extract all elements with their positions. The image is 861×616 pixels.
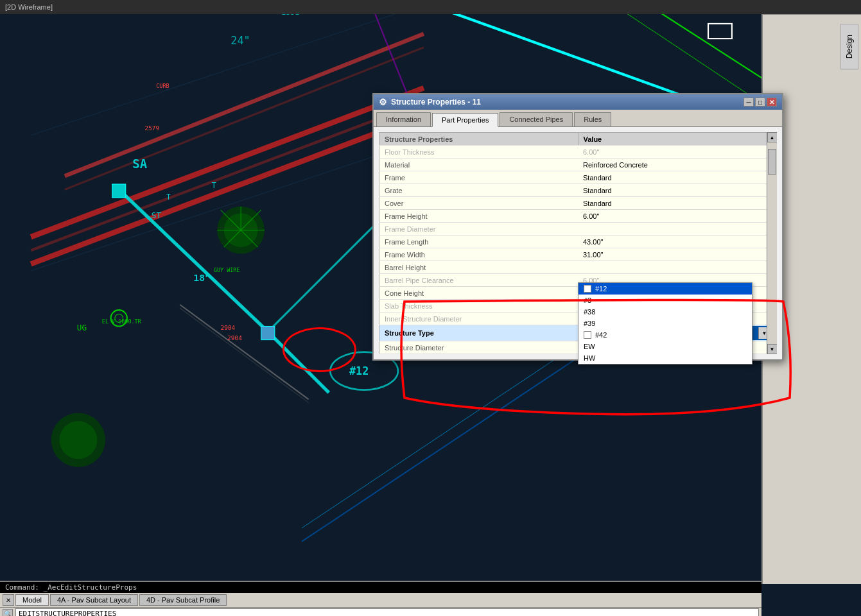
prop-floor-thickness-label: Floor Thickness bbox=[379, 146, 578, 158]
svg-point-27 bbox=[59, 421, 97, 459]
dropdown-option-42[interactable]: #42 bbox=[578, 329, 752, 341]
dropdown-option-hw[interactable]: HW bbox=[578, 352, 752, 364]
svg-text:T: T bbox=[212, 181, 216, 190]
scroll-down-button[interactable]: ▼ bbox=[767, 344, 778, 354]
prop-cover-label: Cover bbox=[379, 197, 578, 210]
svg-text:2904: 2904 bbox=[220, 324, 235, 331]
prop-inner-diameter-label: Inner Structure Diameter bbox=[379, 312, 578, 325]
tab-pav-profile[interactable]: 4D - Pav Subcat Profile bbox=[139, 594, 227, 606]
option-checkbox bbox=[584, 285, 591, 293]
svg-text:EL V 1600.TR: EL V 1600.TR bbox=[102, 318, 142, 325]
command-input[interactable] bbox=[15, 608, 759, 616]
table-row: Frame Length 43.00" bbox=[379, 235, 777, 248]
dropdown-option-39[interactable]: #39 bbox=[578, 318, 752, 329]
tab-pav-layout[interactable]: 4A - Pav Subcat Layout bbox=[50, 594, 138, 606]
svg-text:24": 24" bbox=[230, 34, 250, 47]
dropdown-option-12-selected[interactable]: #12 bbox=[578, 283, 752, 295]
prop-material-label: Material bbox=[379, 158, 578, 171]
col-header-value: Value bbox=[578, 133, 777, 146]
svg-text:UG: UG bbox=[77, 323, 87, 332]
minimize-button[interactable]: ─ bbox=[744, 98, 754, 107]
dropdown-option-ew[interactable]: EW bbox=[578, 341, 752, 352]
table-row: Material Reinforced Concrete bbox=[379, 158, 777, 171]
prop-structure-diameter-label: Structure Diameter bbox=[379, 341, 578, 354]
table-row: Floor Thickness 6.00" bbox=[379, 146, 777, 158]
bottom-bar: Command: _AecEditStructureProps ✕ Model … bbox=[0, 581, 761, 616]
tab-information[interactable]: Information bbox=[376, 112, 431, 126]
dialog-controls: ─ □ ✕ bbox=[744, 98, 777, 107]
prop-frame-label: Frame bbox=[379, 171, 578, 184]
svg-text:ST: ST bbox=[152, 210, 162, 220]
tab-connected-pipes[interactable]: Connected Pipes bbox=[500, 112, 573, 126]
table-row: Frame Diameter bbox=[379, 223, 777, 235]
tab-rules[interactable]: Rules bbox=[574, 112, 611, 126]
dialog-title: Structure Properties - 11 bbox=[391, 98, 481, 107]
prop-barrel-height-value bbox=[578, 261, 777, 274]
svg-text:2904: 2904 bbox=[227, 334, 242, 341]
top-bar: [2D Wireframe] bbox=[0, 0, 861, 14]
prop-material-value: Reinforced Concrete bbox=[578, 158, 777, 171]
prop-frame-length-value: 43.00" bbox=[578, 235, 777, 248]
dialog-tabs: Information Part Properties Connected Pi… bbox=[374, 110, 782, 127]
table-row: Frame Standard bbox=[379, 171, 777, 184]
prop-frame-height-label: Frame Height bbox=[379, 210, 578, 223]
scrollbar-thumb[interactable] bbox=[768, 149, 776, 175]
svg-rect-11 bbox=[112, 184, 126, 198]
prop-frame-width-value: 31.00" bbox=[578, 248, 777, 261]
prop-grate-value: Standard bbox=[578, 184, 777, 197]
dropdown-option-3[interactable]: #3 bbox=[578, 295, 752, 306]
prop-slab-thickness-label: Slab Thickness bbox=[379, 300, 578, 312]
prop-frame-diameter-value bbox=[578, 223, 777, 235]
scroll-up-button[interactable]: ▲ bbox=[767, 132, 778, 142]
prop-frame-length-label: Frame Length bbox=[379, 235, 578, 248]
structure-type-dropdown-popup: #12 #3 #38 #39 #42 EW HW bbox=[578, 282, 752, 364]
bottom-close-button[interactable]: ✕ bbox=[3, 594, 14, 606]
svg-text:2579: 2579 bbox=[144, 124, 159, 132]
prop-barrel-pipe-label: Barrel Pipe Clearance bbox=[379, 274, 578, 287]
table-row: Frame Height 6.00" bbox=[379, 210, 777, 223]
table-row: Barrel Height bbox=[379, 261, 777, 274]
svg-rect-12 bbox=[261, 326, 275, 339]
svg-text:T: T bbox=[166, 193, 171, 201]
table-row: Frame Width 31.00" bbox=[379, 248, 777, 261]
app-title: [2D Wireframe] bbox=[5, 3, 53, 11]
tab-model[interactable]: Model bbox=[15, 594, 49, 606]
prop-frame-diameter-label: Frame Diameter bbox=[379, 223, 578, 235]
svg-text:GUY WIRE: GUY WIRE bbox=[214, 267, 240, 273]
prop-floor-thickness-value: 6.00" bbox=[578, 146, 777, 158]
svg-text:CURB: CURB bbox=[156, 83, 169, 89]
prop-structure-type-label: Structure Type bbox=[379, 325, 578, 341]
dropdown-option-38[interactable]: #38 bbox=[578, 306, 752, 318]
prop-frame-height-value: 6.00" bbox=[578, 210, 777, 223]
tab-part-properties[interactable]: Part Properties bbox=[432, 113, 498, 127]
dialog-body: Structure Properties Value Floor Thickne… bbox=[374, 127, 782, 359]
svg-text:#12: #12 bbox=[349, 364, 369, 377]
dialog-titlebar[interactable]: ⚙ Structure Properties - 11 ─ □ ✕ bbox=[374, 94, 782, 110]
dialog-icon: ⚙ bbox=[379, 97, 387, 107]
table-row: Grate Standard bbox=[379, 184, 777, 197]
scrollbar-track[interactable] bbox=[767, 142, 777, 344]
maximize-button[interactable]: □ bbox=[755, 98, 765, 107]
prop-cone-height-label: Cone Height bbox=[379, 287, 578, 300]
structure-properties-dialog: ⚙ Structure Properties - 11 ─ □ ✕ Inform… bbox=[372, 93, 783, 361]
command-search-button[interactable]: 🔍 bbox=[3, 609, 13, 617]
design-tab[interactable]: Design bbox=[840, 24, 858, 69]
prop-cover-value: Standard bbox=[578, 197, 777, 210]
close-button[interactable]: ✕ bbox=[767, 98, 777, 107]
svg-text:SA: SA bbox=[132, 157, 147, 171]
command-input-bar: 🔍 bbox=[0, 607, 761, 616]
col-header-property: Structure Properties bbox=[379, 133, 578, 146]
prop-frame-value: Standard bbox=[578, 171, 777, 184]
command-line: Command: _AecEditStructureProps bbox=[0, 582, 761, 593]
table-scrollbar[interactable]: ▲ ▼ bbox=[767, 132, 777, 354]
table-row: Cover Standard bbox=[379, 197, 777, 210]
bottom-tabs: ✕ Model 4A - Pav Subcat Layout 4D - Pav … bbox=[0, 593, 761, 607]
svg-text:18": 18" bbox=[193, 272, 211, 283]
prop-grate-label: Grate bbox=[379, 184, 578, 197]
option-42-checkbox bbox=[584, 331, 591, 339]
prop-frame-width-label: Frame Width bbox=[379, 248, 578, 261]
prop-barrel-height-label: Barrel Height bbox=[379, 261, 578, 274]
